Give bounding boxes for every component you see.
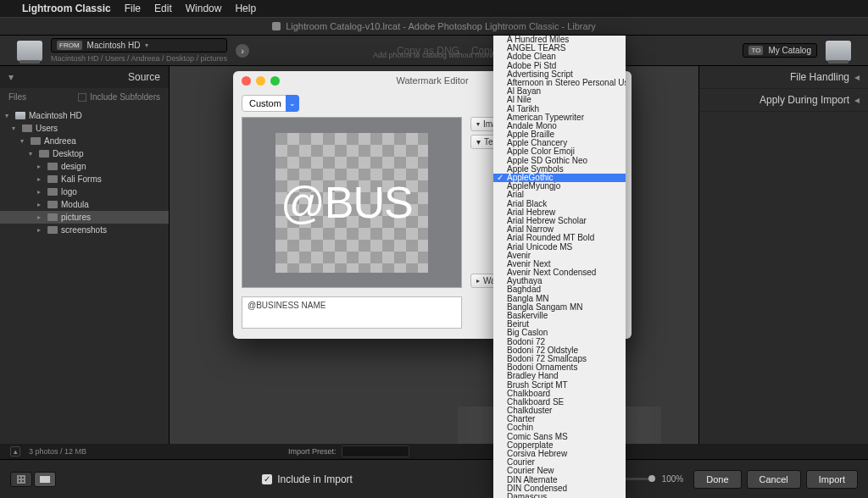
destination: TO My Catalog <box>743 41 851 61</box>
file-handling-header[interactable]: File Handling◂ <box>699 66 868 89</box>
chevron-right-icon: ▸ <box>37 213 44 221</box>
status-bar: ▴ 3 photos / 12 MB Import Preset: <box>0 444 868 459</box>
chevron-right-icon: ▸ <box>37 201 44 208</box>
tree-label: design <box>61 162 86 171</box>
drive-icon <box>15 112 25 119</box>
tree-label: Desktop <box>53 149 84 158</box>
font-dropdown-list[interactable]: A Hundred MilesANGEL TEARSAdobe CleanAdo… <box>493 36 626 498</box>
folder-icon <box>39 150 49 158</box>
folder-icon <box>22 125 32 132</box>
expand-button[interactable]: ▴ <box>10 446 20 456</box>
tree-label: logo <box>61 187 77 196</box>
folder-icon <box>31 137 41 145</box>
tree-row[interactable]: ▸design <box>0 160 169 173</box>
dest-drive-icon <box>826 41 851 61</box>
done-button[interactable]: Done <box>693 470 741 489</box>
menu-window[interactable]: Window <box>186 3 222 14</box>
chevron-right-icon: ▸ <box>37 226 44 234</box>
loupe-view-button[interactable] <box>34 472 56 487</box>
tree-label: Modula <box>61 200 89 209</box>
source-panel-header[interactable]: ▾ Source <box>0 66 169 88</box>
loupe-icon <box>40 476 50 483</box>
app-name-menu[interactable]: Lightroom Classic <box>22 3 111 14</box>
source-selector[interactable]: FROM Macintosh HD ▾ <box>51 38 227 53</box>
tree-label: Andreea <box>44 136 76 146</box>
chevron-right-icon: ▸ <box>37 163 44 170</box>
font-option[interactable]: Arial Rounded MT Bold <box>493 234 626 242</box>
menu-file[interactable]: File <box>125 3 141 14</box>
watermark-preset-select[interactable]: Custom ⌄ <box>242 95 299 112</box>
font-option[interactable]: Damascus <box>493 493 626 498</box>
tree-row[interactable]: ▸logo <box>0 185 169 198</box>
grid-icon <box>17 475 25 484</box>
footer-bar: ✓ Include in Import Zoom 100% Done Cance… <box>0 459 868 498</box>
document-icon <box>272 22 281 30</box>
tree-label: pictures <box>61 213 91 222</box>
chevron-down-icon: ▾ <box>12 125 19 132</box>
right-panel: File Handling◂ Apply During Import◂ <box>698 66 868 498</box>
font-option[interactable]: Al Nile <box>493 96 626 104</box>
check-icon: ✓ <box>262 474 272 484</box>
tree-row[interactable]: ▸pictures <box>0 211 169 224</box>
watermark-preview-text: @BUS <box>275 177 413 228</box>
source-drive-icon <box>17 41 42 61</box>
tree-label: Macintosh HD <box>29 111 82 120</box>
font-option[interactable]: Bradley Hand <box>493 372 626 380</box>
to-badge: TO <box>748 46 763 55</box>
tree-row[interactable]: ▾Desktop <box>0 147 169 160</box>
tree-row[interactable]: ▾Andreea <box>0 135 169 147</box>
folder-icon <box>47 188 58 196</box>
menu-help[interactable]: Help <box>235 3 256 14</box>
folder-icon <box>47 163 58 170</box>
folder-icon <box>47 201 58 208</box>
chevron-right-icon: ▸ <box>37 188 44 196</box>
window-title: Lightroom Catalog-v10.lrcat - Adobe Phot… <box>0 17 868 36</box>
tree-row[interactable]: ▸Kali Forms <box>0 173 169 185</box>
grid-view-button[interactable] <box>10 472 32 487</box>
import-preset-dropdown[interactable] <box>342 445 410 457</box>
tree-label: screenshots <box>61 225 107 235</box>
chevron-updown-icon: ⌄ <box>286 95 299 112</box>
chevron-down-icon: ▾ <box>29 150 36 158</box>
folder-icon <box>47 213 58 221</box>
tree-row[interactable]: ▸Modula <box>0 198 169 211</box>
chevron-down-icon: ▾ <box>5 112 12 119</box>
folder-icon <box>47 175 58 183</box>
zoom-thumb[interactable] <box>648 475 655 482</box>
chevron-right-icon: ▸ <box>37 175 44 183</box>
to-selector[interactable]: TO My Catalog <box>743 43 817 58</box>
chevron-left-icon: ◂ <box>854 94 860 106</box>
tree-label: Users <box>36 124 58 133</box>
tree-row[interactable]: ▸screenshots <box>0 224 169 236</box>
import-button[interactable]: Import <box>806 470 858 489</box>
chevron-down-icon: ▾ <box>145 42 148 49</box>
apply-during-import-header[interactable]: Apply During Import◂ <box>699 89 868 112</box>
import-preset: Import Preset: <box>288 444 409 459</box>
folder-tree[interactable]: ▾Macintosh HD▾Users▾Andreea▾Desktop▸desi… <box>0 106 169 498</box>
folder-icon <box>47 226 58 234</box>
breadcrumb: Macintosh HD / Users / Andreea / Desktop… <box>51 54 227 63</box>
tree-label: Kali Forms <box>61 174 102 184</box>
chevron-left-icon: ◂ <box>854 71 860 83</box>
from-badge: FROM <box>57 41 82 50</box>
arrow-right-icon[interactable]: › <box>236 44 249 58</box>
include-in-import[interactable]: ✓ Include in Import <box>262 473 353 485</box>
files-row: Files Include Subfolders <box>0 88 169 106</box>
menu-edit[interactable]: Edit <box>154 3 172 14</box>
include-subfolders-checkbox[interactable] <box>78 93 86 102</box>
cancel-button[interactable]: Cancel <box>747 470 801 489</box>
tree-row[interactable]: ▾Users <box>0 122 169 135</box>
watermark-text-input[interactable]: @BUSINESS NAME <box>242 296 462 329</box>
source-panel: ▾ Source Files Include Subfolders ▾Macin… <box>0 66 170 498</box>
mac-menubar: Lightroom Classic File Edit Window Help <box>0 0 868 17</box>
tree-row[interactable]: ▾Macintosh HD <box>0 109 169 122</box>
photo-count: 3 photos / 12 MB <box>29 447 86 456</box>
chevron-down-icon: ▾ <box>20 137 27 145</box>
watermark-preview: @BUS <box>242 117 462 288</box>
